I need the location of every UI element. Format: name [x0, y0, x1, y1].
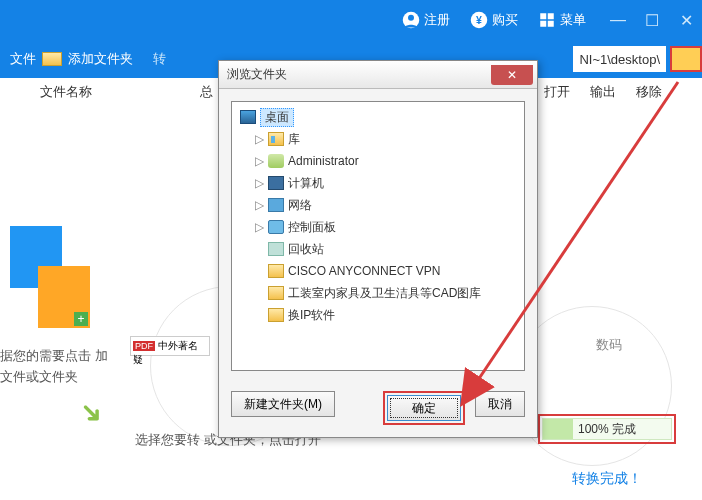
tree-root-label: 桌面	[260, 108, 294, 127]
folder-tree[interactable]: 桌面 ▷库▷Administrator▷计算机▷网络▷控制面板回收站CISCO …	[231, 101, 525, 371]
col-output: 输出	[590, 83, 616, 101]
tree-item-label: 换IP软件	[288, 307, 335, 324]
menu-label: 菜单	[560, 11, 586, 29]
tree-root[interactable]: 桌面	[236, 106, 520, 128]
cancel-button[interactable]: 取消	[475, 391, 525, 417]
tree-item[interactable]: ▷库	[236, 128, 520, 150]
tree-item[interactable]: CISCO ANYCONNECT VPN	[236, 260, 520, 282]
lib-icon	[268, 132, 284, 146]
new-folder-button[interactable]: 新建文件夹(M)	[231, 391, 335, 417]
svg-rect-6	[540, 21, 546, 27]
expander-icon[interactable]: ▷	[254, 132, 264, 146]
drop-hint-text: 据您的需要点击 加文件或文件夹	[0, 346, 120, 388]
user-icon	[402, 11, 420, 29]
svg-rect-4	[540, 13, 546, 19]
tree-item[interactable]: 回收站	[236, 238, 520, 260]
pdf-badge: PDF	[133, 341, 155, 351]
svg-rect-5	[548, 13, 554, 19]
add-file-button[interactable]: 文件	[10, 50, 36, 68]
arrow-icon: ➜	[72, 393, 112, 433]
control-icon	[268, 220, 284, 234]
output-path-text: NI~1\desktop\	[579, 52, 660, 67]
buy-button[interactable]: ¥ 购买	[460, 7, 528, 33]
progress-bar: 100% 完成	[542, 418, 672, 440]
tree-item-label: 工装室内家具及卫生洁具等CAD图库	[288, 285, 481, 302]
computer-icon	[268, 176, 284, 190]
yen-icon: ¥	[470, 11, 488, 29]
toolbar-more: 转	[153, 50, 166, 68]
tree-item-label: 网络	[288, 197, 312, 214]
tree-item-label: 控制面板	[288, 219, 336, 236]
ok-button[interactable]: 确定	[387, 395, 461, 421]
progress-pct: 100%	[578, 422, 609, 436]
dialog-titlebar[interactable]: 浏览文件夹 ✕	[219, 61, 537, 89]
tree-item[interactable]: ▷网络	[236, 194, 520, 216]
col-remove: 移除	[636, 83, 662, 101]
tree-item-label: CISCO ANYCONNECT VPN	[288, 264, 440, 278]
folder-icon	[268, 308, 284, 322]
tree-item-label: Administrator	[288, 154, 359, 168]
buy-label: 购买	[492, 11, 518, 29]
folder-icon	[268, 264, 284, 278]
register-button[interactable]: 注册	[392, 7, 460, 33]
col-total: 总	[200, 83, 213, 101]
tree-item-label: 计算机	[288, 175, 324, 192]
col-open: 打开	[544, 83, 570, 101]
register-label: 注册	[424, 11, 450, 29]
progress-done-label: 完成	[612, 422, 636, 436]
digital-label: 数码	[596, 336, 622, 354]
maximize-button[interactable]: ☐	[640, 8, 664, 32]
folder-icon	[42, 52, 62, 66]
browse-folder-button[interactable]	[670, 46, 702, 72]
file-thumb[interactable]: PDF 中外著名疑	[130, 336, 210, 356]
dialog-close-button[interactable]: ✕	[491, 65, 533, 85]
grid-icon	[538, 11, 556, 29]
expander-icon[interactable]: ▷	[254, 220, 264, 234]
ok-highlight: 确定	[383, 391, 465, 425]
expander-icon[interactable]: ▷	[254, 176, 264, 190]
dialog-buttons: 新建文件夹(M) 确定 取消	[219, 383, 537, 437]
svg-rect-7	[548, 21, 554, 27]
add-folder-button[interactable]: 添加文件夹	[68, 50, 133, 68]
close-button[interactable]: ✕	[674, 8, 698, 32]
recycle-icon	[268, 242, 284, 256]
minimize-button[interactable]: —	[606, 8, 630, 32]
svg-point-1	[408, 15, 414, 21]
user-icon	[268, 154, 284, 168]
folder-icon	[268, 286, 284, 300]
browse-folder-dialog: 浏览文件夹 ✕ 桌面 ▷库▷Administrator▷计算机▷网络▷控制面板回…	[218, 60, 538, 438]
expander-icon[interactable]: ▷	[254, 154, 264, 168]
desktop-icon	[240, 110, 256, 124]
col-name: 文件名称	[40, 83, 200, 101]
output-path[interactable]: NI~1\desktop\	[573, 46, 666, 72]
network-icon	[268, 198, 284, 212]
dialog-title: 浏览文件夹	[227, 66, 287, 83]
tree-item[interactable]: ▷Administrator	[236, 150, 520, 172]
tree-item[interactable]: ▷控制面板	[236, 216, 520, 238]
conversion-done-text: 转换完成！	[572, 470, 642, 488]
title-bar: 注册 ¥ 购买 菜单 — ☐ ✕	[0, 0, 702, 40]
expander-icon[interactable]: ▷	[254, 198, 264, 212]
tree-item[interactable]: 工装室内家具及卫生洁具等CAD图库	[236, 282, 520, 304]
tree-item-label: 库	[288, 131, 300, 148]
tree-item[interactable]: ▷计算机	[236, 172, 520, 194]
menu-button[interactable]: 菜单	[528, 7, 596, 33]
tree-item-label: 回收站	[288, 241, 324, 258]
svg-text:¥: ¥	[476, 14, 482, 26]
tree-item[interactable]: 换IP软件	[236, 304, 520, 326]
